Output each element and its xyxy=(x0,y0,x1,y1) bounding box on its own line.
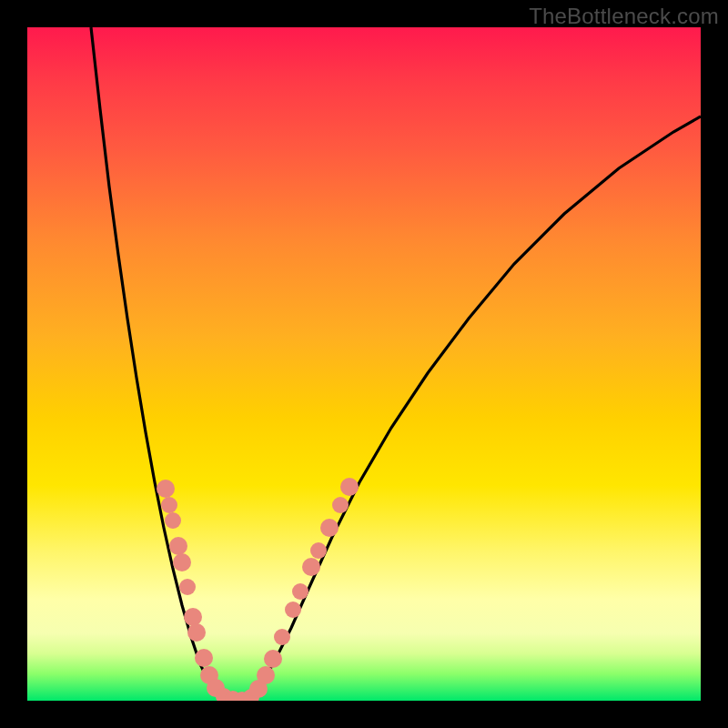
curve-layer xyxy=(27,27,701,701)
bead-right-1 xyxy=(257,666,275,684)
plot-area xyxy=(27,27,701,701)
bead-right-2 xyxy=(264,650,282,668)
watermark-text: TheBottleneck.com xyxy=(529,4,719,29)
bead-right-5 xyxy=(292,583,308,600)
bead-left-8 xyxy=(195,649,213,667)
bead-right-8 xyxy=(320,519,339,537)
bead-left-3 xyxy=(169,537,187,555)
bead-left-7 xyxy=(187,623,206,642)
bead-left-2 xyxy=(165,512,181,529)
bead-left-4 xyxy=(173,553,191,571)
bead-right-9 xyxy=(332,497,349,513)
bead-right-6 xyxy=(302,558,320,576)
bead-left-0 xyxy=(157,480,175,498)
bead-right-4 xyxy=(285,602,301,618)
bead-left-6 xyxy=(184,608,202,626)
bead-left-5 xyxy=(179,579,196,595)
bead-left-1 xyxy=(161,497,177,513)
bead-right-3 xyxy=(274,629,290,645)
bottleneck-curve xyxy=(91,27,701,701)
bead-right-10 xyxy=(340,478,359,496)
chart-frame: TheBottleneck.com xyxy=(0,0,728,728)
bead-right-7 xyxy=(310,542,327,559)
